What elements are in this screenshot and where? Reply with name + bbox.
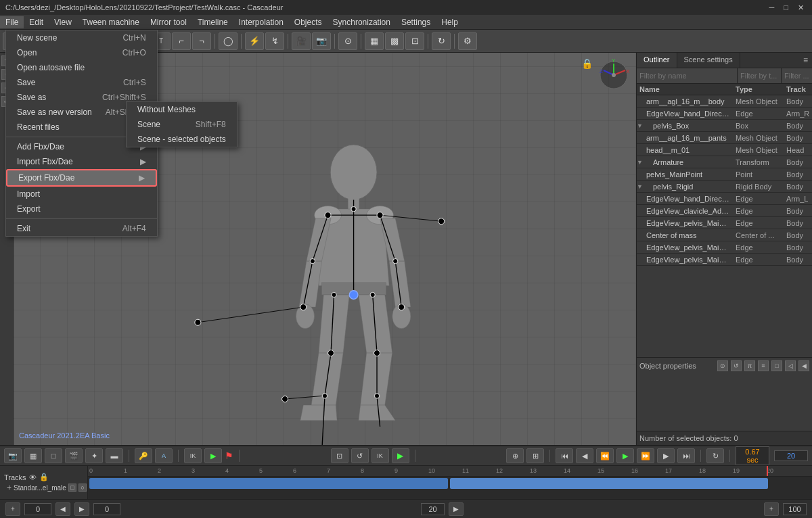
tl-btn-next-frame[interactable]: ⏭: [677, 448, 695, 463]
props-icon-4[interactable]: ≡: [758, 360, 769, 371]
menu-mirror[interactable]: Mirror tool: [145, 16, 192, 28]
bb-btn-right[interactable]: ▶: [74, 502, 89, 516]
bb-frame-end[interactable]: [421, 503, 445, 515]
tl-btn-play-fwd2[interactable]: ▶: [392, 448, 409, 463]
minimize-button[interactable]: ─: [767, 3, 777, 12]
maximize-button[interactable]: □: [781, 3, 791, 12]
menu-open-autosave[interactable]: Open autosave file: [6, 60, 157, 75]
track-solo-icon[interactable]: ○: [78, 484, 87, 492]
filter-type[interactable]: [738, 68, 782, 83]
tracks-lock-icon[interactable]: 🔒: [39, 473, 49, 481]
table-row[interactable]: arm__agl_16_m__pants Mesh Object Body: [637, 132, 812, 144]
menu-export[interactable]: Export: [6, 202, 157, 216]
toolbar-run2[interactable]: ↯: [265, 32, 284, 50]
export-without-meshes[interactable]: Without Meshes: [127, 102, 237, 117]
tracks-eye-icon[interactable]: 👁: [29, 473, 37, 481]
table-row[interactable]: ▼ Armature Transform Body: [637, 156, 812, 168]
bb-zoom[interactable]: [783, 503, 807, 515]
bb-btn-left[interactable]: ◀: [55, 502, 70, 516]
tl-btn-nudge[interactable]: ⊕: [506, 448, 524, 463]
tl-btn-loop[interactable]: ↻: [706, 448, 724, 463]
tl-btn-prev-frame[interactable]: ⏮: [556, 448, 573, 463]
tl-btn-bars[interactable]: ▬: [106, 448, 123, 463]
toolbar-grid[interactable]: ▦: [365, 32, 384, 50]
bb-btn-end[interactable]: ▶: [449, 502, 464, 516]
tl-btn-ik2[interactable]: IK: [371, 448, 389, 463]
tl-btn-ik1[interactable]: IK: [184, 448, 202, 463]
menu-settings[interactable]: Settings: [396, 16, 436, 28]
filter-track[interactable]: [782, 68, 812, 83]
menu-export-fbx[interactable]: Export Fbx/Dae▶: [6, 169, 157, 187]
props-icon-3[interactable]: π: [744, 360, 755, 371]
table-row[interactable]: ▼ pelvis_Box Box Body: [637, 120, 812, 132]
table-row[interactable]: EdgeView_clavicle_AdditionalPoint... Edg…: [637, 205, 812, 217]
tl-btn-undo-anim[interactable]: ↺: [351, 448, 369, 463]
bb-btn-zoom-in[interactable]: +: [764, 502, 779, 516]
toolbar-circle[interactable]: ⊙: [338, 32, 357, 50]
table-row[interactable]: ▼ pelvis_Rigid Rigid Body Body: [637, 181, 812, 193]
table-row[interactable]: EdgeView_hand_DirectionPoint_l<-... Edge…: [637, 193, 812, 205]
menu-view[interactable]: View: [49, 16, 77, 28]
menu-tween[interactable]: Tween machine: [77, 16, 145, 28]
menu-timeline[interactable]: Timeline: [192, 16, 233, 28]
track-plus-icon[interactable]: +: [7, 483, 12, 492]
toolbar-grid2[interactable]: ▩: [385, 32, 404, 50]
props-icon-2[interactable]: ↺: [731, 360, 742, 371]
toolbar-bracket2[interactable]: ¬: [192, 32, 211, 50]
menu-file[interactable]: File: [0, 16, 24, 28]
table-row[interactable]: pelvis_MainPoint Point Body: [637, 168, 812, 181]
track-visible-icon[interactable]: □: [68, 484, 76, 492]
table-row[interactable]: EdgeView_hand_DirectionPoint_r<-... Edge…: [637, 108, 812, 120]
tl-btn-fx[interactable]: ✦: [85, 448, 103, 463]
toolbar-cam2[interactable]: 📷: [312, 32, 331, 50]
table-row[interactable]: EdgeView_pelvis_MainPoint<>pelv... Edge …: [637, 241, 812, 254]
track-block-1[interactable]: [89, 478, 448, 489]
tl-btn-grid[interactable]: ▦: [24, 448, 42, 463]
track-row[interactable]: [88, 477, 812, 490]
close-button[interactable]: ✕: [795, 3, 807, 12]
tl-btn-snap[interactable]: ⊞: [526, 448, 544, 463]
menu-interpolation[interactable]: Interpolation: [233, 16, 289, 28]
bb-btn-add[interactable]: +: [5, 502, 20, 516]
toolbar-bracket[interactable]: ⌐: [172, 32, 191, 50]
menu-objects[interactable]: Objects: [289, 16, 328, 28]
table-row[interactable]: head__m_01 Mesh Object Head: [637, 144, 812, 156]
viewport-lock[interactable]: 🔒: [581, 58, 593, 69]
props-icon-7[interactable]: ◀: [798, 360, 809, 371]
menu-exit[interactable]: ExitAlt+F4: [6, 221, 157, 236]
toolbar-extra[interactable]: ⚙: [458, 32, 477, 50]
tl-btn-key[interactable]: 🔑: [135, 448, 152, 463]
tab-scene-settings[interactable]: Scene settings: [677, 53, 740, 68]
filter-name[interactable]: [637, 68, 738, 83]
tl-btn-a[interactable]: A: [155, 448, 173, 463]
tab-outliner[interactable]: Outliner: [637, 53, 677, 68]
toolbar-run[interactable]: ⚡: [245, 32, 264, 50]
tl-btn-box[interactable]: □: [45, 448, 62, 463]
bb-frame-start[interactable]: [24, 503, 51, 515]
menu-save[interactable]: SaveCtrl+S: [6, 75, 157, 90]
props-icon-6[interactable]: ◁: [785, 360, 796, 371]
menu-sync[interactable]: Synchronization: [328, 16, 396, 28]
tl-btn-next[interactable]: ▶: [657, 448, 675, 463]
export-scene[interactable]: SceneShift+F8: [127, 117, 237, 132]
viewport-gizmo[interactable]: X Z Y: [597, 58, 631, 92]
menu-new-scene[interactable]: New sceneCtrl+N: [6, 30, 157, 45]
tl-btn-next-key[interactable]: ⏩: [637, 448, 654, 463]
tl-btn-prev-key[interactable]: ⏪: [596, 448, 614, 463]
table-row[interactable]: EdgeView_pelvis_MainPoint<->sto... Edge …: [637, 217, 812, 229]
menu-import-fbx[interactable]: Import Fbx/Dae▶: [6, 154, 157, 169]
props-icon-1[interactable]: ⊙: [717, 360, 728, 371]
tl-btn-play-main[interactable]: ▶: [616, 448, 634, 463]
props-icon-5[interactable]: □: [771, 360, 782, 371]
export-selected[interactable]: Scene - selected objects: [127, 132, 237, 147]
tl-flag[interactable]: ⚑: [225, 450, 233, 461]
toolbar-cam[interactable]: 🎥: [292, 32, 311, 50]
toolbar-grid3[interactable]: ⊡: [405, 32, 424, 50]
menu-open[interactable]: OpenCtrl+O: [6, 45, 157, 60]
table-row[interactable]: arm__agl_16_m__body Mesh Object Body: [637, 95, 812, 108]
menu-help[interactable]: Help: [436, 16, 464, 28]
playhead[interactable]: [767, 466, 768, 476]
tl-btn-clip[interactable]: ⊡: [331, 448, 348, 463]
tl-btn-camera[interactable]: 📷: [4, 448, 22, 463]
table-row[interactable]: Center of mass Center of ... Body: [637, 229, 812, 241]
